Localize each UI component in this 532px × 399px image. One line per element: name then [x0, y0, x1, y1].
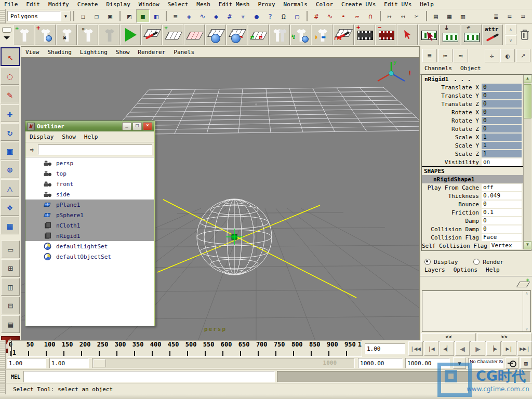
shelf-paint-properties-button[interactable]	[141, 24, 162, 45]
layer-menu-item[interactable]: Help	[482, 267, 504, 276]
render-radio[interactable]	[473, 259, 480, 265]
shelf-scroll-down-button[interactable]: ∨	[505, 35, 516, 45]
outliner-titlebar[interactable]: Outliner _ □ ×	[25, 121, 154, 131]
speed-control-icon[interactable]: ◐	[500, 49, 515, 62]
menu-item[interactable]: Edit Mesh	[215, 1, 254, 8]
layer-list[interactable]: ∧∨	[422, 290, 531, 332]
animation-start-field[interactable]	[7, 358, 46, 368]
show-attribute-editor-icon[interactable]: ≣	[489, 9, 503, 23]
channel-value-field[interactable]: 0	[482, 117, 522, 124]
channel-value-field[interactable]: off	[482, 184, 522, 191]
snap-point-icon[interactable]: •	[337, 9, 350, 23]
outliner-item[interactable]: side	[25, 189, 154, 200]
shelf-cache-select-button[interactable]	[418, 24, 439, 45]
channel-scrollbar[interactable]: ▲ ▼	[523, 75, 531, 249]
select-curves-icon[interactable]: ∿	[196, 9, 209, 23]
outliner-item[interactable]: pSphere1	[25, 210, 154, 220]
snap-grid-icon[interactable]: #	[310, 9, 323, 23]
character-set-field[interactable]: No Character Set	[468, 358, 503, 368]
layer-menu-item[interactable]: Layers	[420, 267, 449, 276]
outliner-filter-input[interactable]	[38, 144, 152, 155]
channel-value-field[interactable]: 0	[482, 100, 522, 108]
menu-item[interactable]: Select	[164, 1, 193, 8]
step-forward-frame-button[interactable]: ▶|	[502, 341, 516, 356]
menu-set-dropdown-icon[interactable]: ▼	[61, 11, 71, 21]
shelf-select-cursor-button[interactable]	[397, 24, 418, 45]
shelf-paint-attributes-button[interactable]: attr	[482, 24, 503, 45]
channel-speed-icon[interactable]: ≔	[438, 49, 453, 62]
select-object-icon[interactable]: ■	[136, 9, 150, 23]
outliner-item[interactable]: front	[25, 179, 154, 189]
mask-list-icon[interactable]: ≡	[169, 9, 182, 23]
scroll-thumb[interactable]	[524, 84, 531, 118]
scroll-down-icon[interactable]: ▼	[524, 241, 531, 249]
layout-hypershade[interactable]: ▤	[1, 315, 20, 333]
play-forwards-button[interactable]: ▶	[471, 341, 485, 356]
viewport-menu-item[interactable]: Show	[112, 49, 134, 56]
shelf-create-ncloth-button[interactable]: ✳	[14, 24, 34, 45]
scroll-up-icon[interactable]: ∧	[526, 291, 528, 296]
shelf-nconstraint-swap-button[interactable]: ⇄⇄	[248, 24, 269, 45]
channel-value-field[interactable]: 0	[482, 109, 522, 116]
scroll-up-icon[interactable]: ▲	[524, 75, 531, 83]
time-slider[interactable]: 0501001502002503003504004505005506006507…	[8, 340, 362, 357]
animation-preferences-button[interactable]: ▨	[520, 357, 532, 369]
shelf-paint-vertex-button[interactable]: ✳	[163, 24, 183, 45]
menu-item[interactable]: File	[0, 1, 22, 8]
current-time-field[interactable]	[365, 343, 405, 354]
viewport-menu-item[interactable]: Panels	[169, 49, 198, 56]
channel-value-field[interactable]: Face	[482, 234, 522, 241]
select-manip-icon[interactable]: ➚	[516, 49, 530, 62]
select-hierarchy-icon[interactable]: ◩	[123, 9, 136, 23]
menu-item[interactable]: Create UVs	[337, 1, 380, 8]
toolbar-grip[interactable]	[0, 9, 6, 23]
range-slider-handle[interactable]	[94, 359, 106, 367]
last-tool-used[interactable]: ▦	[1, 217, 19, 234]
range-slider-grip[interactable]	[0, 357, 6, 369]
display-radio[interactable]	[424, 259, 431, 265]
command-line-grip[interactable]	[0, 370, 6, 383]
shelf-paint-attr-button[interactable]: rfs	[333, 24, 354, 45]
menu-item[interactable]: Proxy	[254, 1, 279, 8]
viewport-menu-item[interactable]: Lighting	[76, 49, 112, 56]
channel-value-field[interactable]: 1	[482, 134, 522, 141]
channel-value-field[interactable]: 1	[482, 142, 522, 149]
shelf-cache-replace-button[interactable]: ⤓	[440, 24, 460, 45]
new-scene-icon[interactable]: ❏	[76, 9, 90, 23]
shelf-create-passive-collider-button[interactable]: +	[35, 24, 56, 45]
menu-item[interactable]: Create	[73, 1, 102, 8]
manipulator-axis-icon[interactable]: ✛	[485, 49, 499, 62]
create-layer-button[interactable]: ✳	[517, 277, 529, 288]
outliner-menu-item[interactable]: Help	[80, 134, 102, 140]
input-connections-icon[interactable]: ↦	[383, 9, 396, 23]
shelf-ncloth-mesh-button[interactable]: ⌗	[77, 24, 98, 45]
filter-icon[interactable]: ⇉	[27, 146, 36, 153]
time-slider-grip[interactable]	[0, 340, 6, 357]
select-tool[interactable]: ↖	[1, 47, 20, 66]
shelf-texture-grid-button[interactable]	[184, 24, 205, 45]
outliner-menu-item[interactable]: Show	[58, 134, 80, 140]
channel-value-field[interactable]: 0.049	[482, 192, 522, 200]
layout-persp-graph[interactable]: ⊟	[1, 297, 20, 314]
menu-item[interactable]: Display	[102, 1, 135, 8]
outliner-item[interactable]: nRigid1	[25, 231, 154, 241]
viewport-menu-item[interactable]: Renderer	[134, 49, 169, 56]
show-manipulator-tool[interactable]: ❖	[1, 198, 19, 216]
shelf-ncloth-hidden-button[interactable]	[99, 24, 119, 45]
shelf-interactive-playback-button[interactable]	[120, 24, 141, 45]
channel-value-field[interactable]: on	[482, 158, 522, 166]
shelf-nconstraint-point-button[interactable]	[205, 24, 226, 45]
snap-curve-icon[interactable]: ∿	[323, 9, 337, 23]
outliner-item[interactable]: top	[25, 168, 154, 179]
construction-history-icon[interactable]: ✂	[410, 9, 423, 23]
shelf-ncloth-tear-button[interactable]: ↯	[290, 24, 311, 45]
menu-item[interactable]: Normals	[280, 1, 312, 8]
select-points-icon[interactable]: ✚	[182, 9, 196, 23]
character-set-menu-button[interactable]: ▼	[453, 357, 466, 369]
outliner-item[interactable]: persp	[25, 158, 154, 168]
menu-item[interactable]: Edit UVs	[380, 1, 416, 8]
save-scene-icon[interactable]: ▣	[103, 9, 117, 23]
channel-layout-icon[interactable]: ≣	[422, 49, 437, 62]
playback-end-field[interactable]	[358, 358, 403, 368]
universal-manipulator-tool[interactable]: ⊕	[1, 161, 19, 178]
